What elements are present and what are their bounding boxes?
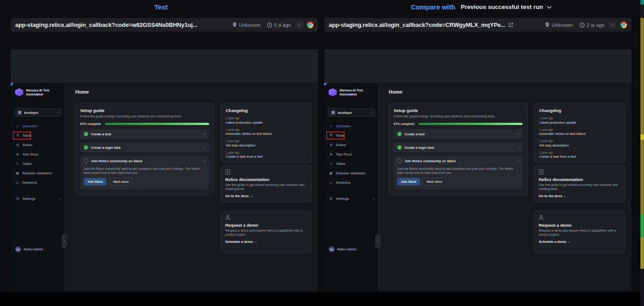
- sidebar-item-release-validation[interactable]: ▣ Release Validation: [11, 168, 64, 178]
- setup-item-create-login-task[interactable]: ✓ Create a login task ›: [394, 142, 523, 152]
- sidebar-item-test-runs[interactable]: ≣ Test Runs: [324, 150, 378, 159]
- project-selector[interactable]: boutique ›: [14, 108, 61, 116]
- sidebar-item-sessions[interactable]: ▭ Sessions: [11, 178, 64, 187]
- user-profile[interactable]: RA Relicx Admin: [15, 246, 43, 252]
- sidebar-item-suites[interactable]: ⊞ Suites: [324, 140, 378, 150]
- join-slack-button[interactable]: Join Slack: [84, 178, 107, 185]
- check-icon: ✓: [397, 132, 402, 136]
- age-meta: 5 d ago: [267, 22, 291, 28]
- sidebar-item-settings[interactable]: ⚙ Settings ›: [324, 194, 378, 203]
- sidebar-item-settings[interactable]: ⚙ Settings ›: [11, 194, 64, 203]
- mark-done-button[interactable]: Mark done: [423, 178, 447, 185]
- browser-app-icon: [609, 22, 616, 28]
- go-to-docs-link[interactable]: Go to the docs →: [225, 194, 253, 198]
- changelog-card: Changelog 1 year ago Latest production u…: [221, 103, 312, 163]
- setup-item-description: Join the Relicx community slack to ask q…: [397, 167, 519, 175]
- setup-item-join-slack-header[interactable]: Join Relicx community on Slack ›: [394, 156, 523, 166]
- app-main: Home Setup guide Follow this guide to be…: [65, 83, 318, 291]
- setup-item-join-slack: Join Relicx community on Slack › Join th…: [394, 156, 523, 189]
- ordered-list-icon: ≣: [15, 152, 20, 156]
- chevron-right-icon: ›: [371, 111, 372, 115]
- changelog-entry-title: Set step description: [226, 143, 307, 147]
- setup-guide-subtitle: Follow this guide to begin recording use…: [394, 114, 523, 118]
- age-meta: 2 w ago: [580, 22, 605, 28]
- setup-item-label: Join Relicx community on Slack: [404, 159, 456, 163]
- changelog-entry-age: 1 year ago: [226, 128, 307, 131]
- sidebar-item-sessions[interactable]: ▭ Sessions: [324, 178, 378, 187]
- setup-item-actions: Join Slack Mark done: [397, 178, 523, 185]
- chevron-down-icon: [547, 6, 552, 9]
- docs-card-title: Relicx documentation: [539, 177, 621, 182]
- sidebar-item-test-runs[interactable]: ≣ Test Runs: [11, 150, 64, 159]
- setup-guide-title: Setup guide: [80, 108, 209, 113]
- changelog-entry-title: Set step description: [539, 143, 620, 147]
- nav-label-test-runs: Test Runs: [22, 152, 39, 156]
- demo-card-description: Request a demo and explore Relicx's capa…: [539, 229, 621, 237]
- grid-icon: ⊞: [15, 143, 20, 147]
- app-logo-title: Harness AI Test Automation: [339, 88, 363, 96]
- setup-item-label: Create a test: [91, 132, 111, 136]
- left-pane-title: Test: [155, 3, 168, 11]
- changelog-entry: 1 year ago Latest production update: [539, 116, 620, 125]
- docs-card: Relicx documentation Use this guide to g…: [534, 165, 625, 203]
- schedule-demo-link[interactable]: Schedule a demo →: [225, 240, 257, 244]
- sidebar-item-release-validation[interactable]: ▣ Release Validation: [324, 168, 378, 178]
- gear-icon: ⚙: [15, 197, 20, 201]
- setup-item-create-login-task[interactable]: ✓ Create a login task ›: [80, 142, 209, 152]
- changelog-entry: 1 year ago Create a task from a test: [226, 151, 307, 159]
- screenshot-panel-left[interactable]: Harness AI Test Automation boutique › ⌂ …: [11, 49, 318, 291]
- external-link-icon[interactable]: [508, 22, 514, 28]
- nav-label-tasks: Tasks: [22, 162, 31, 166]
- chevron-right-icon: ›: [373, 197, 374, 201]
- location-label: Unknown: [552, 22, 573, 28]
- url-bar-left: app-staging.relicx.ai/login_callback?cod…: [11, 18, 318, 32]
- demo-card-description: Request a demo and explore Relicx's capa…: [225, 229, 307, 237]
- sidebar-collapse-handle[interactable]: ‹: [375, 234, 380, 248]
- changelog-entry: 1 year ago Automatic retries on test fai…: [539, 128, 620, 136]
- compare-run-value: Previous successful test run: [461, 4, 543, 10]
- sidebar-item-overview[interactable]: ⌂ Overview: [324, 121, 378, 131]
- mark-done-button[interactable]: Mark done: [109, 178, 133, 185]
- location-pin-icon: [545, 22, 550, 28]
- user-name: Relicx Admin: [24, 247, 43, 251]
- sidebar-collapse-handle[interactable]: ‹: [62, 234, 67, 248]
- nav-label-tasks: Tasks: [336, 162, 345, 166]
- setup-progress: 67% complete: [80, 122, 209, 125]
- sidebar-item-overview[interactable]: ⌂ Overview: [11, 121, 64, 131]
- progress-bar: [105, 123, 209, 125]
- changelog-entry-title: Latest production update: [226, 121, 307, 125]
- home-icon: ⌂: [15, 124, 20, 128]
- demo-card-title: Request a demo: [225, 223, 307, 228]
- user-profile[interactable]: RA Relicx Admin: [329, 246, 356, 252]
- project-name: boutique: [24, 111, 39, 115]
- sessions-icon: ▭: [329, 181, 333, 185]
- docs-grid-icon: [225, 169, 230, 174]
- sidebar-item-suites[interactable]: ⊞ Suites: [11, 140, 64, 150]
- location-meta: Unknown: [545, 22, 573, 28]
- setup-item-label: Join Relicx community on Slack: [91, 159, 142, 163]
- setup-item-create-test[interactable]: ✓ Create a test ›: [394, 129, 523, 139]
- sidebar-item-tasks[interactable]: ≡ Tasks: [11, 159, 64, 168]
- setup-item-label: Create a login task: [404, 146, 434, 150]
- setup-item-create-test[interactable]: ✓ Create a test ›: [80, 129, 209, 139]
- setup-item-join-slack-header[interactable]: Join Relicx community on Slack ›: [80, 156, 209, 166]
- setup-item-join-slack: Join Relicx community on Slack › Join th…: [80, 156, 209, 189]
- project-selector[interactable]: boutique ›: [328, 108, 375, 116]
- page-title: Home: [75, 89, 89, 95]
- minimap-strip[interactable]: [640, 0, 644, 306]
- nav-label-suites: Suites: [22, 143, 32, 147]
- go-to-docs-link[interactable]: Go to the docs →: [539, 194, 567, 198]
- setup-guide-subtitle: Follow this guide to begin recording use…: [80, 114, 209, 118]
- age-label: 5 d ago: [274, 22, 291, 28]
- changelog-entry-age: 1 year ago: [539, 151, 620, 154]
- nav-label-overview: Overview: [22, 124, 37, 128]
- comparison-header: Test Compare with Previous successful te…: [0, 0, 640, 13]
- chevron-right-icon: ›: [204, 132, 206, 136]
- join-slack-button[interactable]: Join Slack: [397, 178, 420, 185]
- compare-run-selector[interactable]: Previous successful test run: [461, 4, 552, 10]
- schedule-demo-link[interactable]: Schedule a demo →: [539, 240, 571, 244]
- chevron-right-icon: ›: [518, 145, 519, 150]
- sidebar-item-tasks[interactable]: ≡ Tasks: [324, 159, 378, 168]
- screenshot-panel-right[interactable]: Harness AI Test Automation boutique › ⌂ …: [324, 49, 631, 291]
- url-text: app-staging.relicx.ai/login_callback?cod…: [15, 22, 197, 28]
